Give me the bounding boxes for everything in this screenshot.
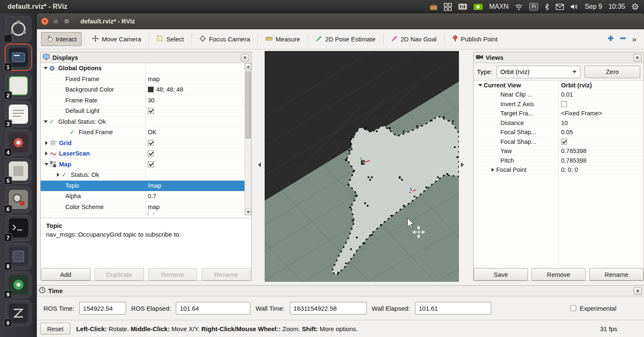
tree-row[interactable]: Alpha 0.7 bbox=[41, 191, 245, 202]
expander-icon[interactable] bbox=[477, 84, 484, 87]
tool-focus-camera[interactable]: Focus Camera bbox=[194, 32, 255, 46]
color-swatch[interactable] bbox=[148, 87, 154, 92]
displays-close-icon[interactable]: × bbox=[241, 54, 249, 61]
maximize-button[interactable] bbox=[63, 18, 70, 25]
minimize-button[interactable]: – bbox=[52, 18, 59, 25]
clock-time[interactable]: 10:35 bbox=[608, 3, 625, 10]
tree-row[interactable]: Focal Shap... 0.05 bbox=[474, 128, 644, 138]
launcher-item-7[interactable]: 7 bbox=[5, 215, 31, 241]
tree-row-topic-selected[interactable]: Topic /map bbox=[41, 181, 245, 191]
tree-row[interactable]: Map bbox=[41, 159, 245, 170]
tree-row[interactable]: Fixed Frame map bbox=[41, 74, 245, 85]
grid-checkbox[interactable] bbox=[148, 140, 154, 146]
toolbar-overflow-button[interactable]: » bbox=[632, 35, 636, 44]
tree-row[interactable]: Distance 10 bbox=[474, 118, 644, 128]
tree-row[interactable]: Target Fra... <Fixed Frame> bbox=[474, 109, 644, 119]
expander-icon[interactable] bbox=[42, 120, 49, 123]
volume-icon[interactable] bbox=[570, 3, 578, 10]
tree-row-partial[interactable] bbox=[41, 212, 245, 215]
tree-row[interactable]: Grid bbox=[41, 138, 245, 149]
mail-icon[interactable] bbox=[556, 4, 564, 10]
launcher-item-0[interactable]: 0 bbox=[5, 300, 31, 326]
tree-row[interactable]: Global Options bbox=[41, 63, 245, 74]
remove-tool-button[interactable] bbox=[620, 35, 626, 43]
launcher-item-ubuntu[interactable] bbox=[5, 16, 31, 42]
bluetooth-icon[interactable] bbox=[544, 3, 549, 10]
nvidia-icon[interactable] bbox=[474, 4, 483, 10]
panel-collapse-left-icon[interactable] bbox=[258, 162, 261, 167]
tree-row[interactable]: Invert Z Axis bbox=[474, 100, 644, 109]
tool-move-camera[interactable]: Move Camera bbox=[87, 32, 146, 46]
launcher-item-9[interactable]: 9 bbox=[5, 272, 31, 298]
expander-icon[interactable] bbox=[43, 151, 50, 156]
tree-row[interactable]: Default Light bbox=[41, 106, 245, 117]
launcher-item-8[interactable]: 8 bbox=[5, 243, 31, 269]
tool-select[interactable]: Select bbox=[152, 32, 189, 46]
settings-gear-icon[interactable] bbox=[631, 3, 639, 10]
expander-icon[interactable] bbox=[43, 141, 50, 145]
tree-row[interactable]: Pitch 0.785398 bbox=[474, 156, 644, 166]
tool-publish-point[interactable]: Publish Point bbox=[447, 32, 503, 46]
ros-time-field[interactable] bbox=[79, 302, 126, 314]
wall-elapsed-field[interactable] bbox=[415, 302, 491, 314]
views-panel-header[interactable]: Views × bbox=[474, 52, 644, 63]
launcher-item-3[interactable]: 3 bbox=[5, 101, 31, 127]
briefcase-icon[interactable] bbox=[430, 3, 438, 10]
maxn-indicator[interactable]: MAXN bbox=[489, 3, 508, 10]
tree-row[interactable]: Focal Shap... bbox=[474, 137, 644, 147]
save-button[interactable]: Save bbox=[474, 268, 528, 281]
expander-icon[interactable] bbox=[55, 173, 62, 177]
views-remove-button[interactable]: Remove bbox=[531, 268, 586, 281]
tool-2d-pose-estimate[interactable]: 2D Pose Estimate bbox=[311, 32, 381, 46]
tree-row[interactable]: Near Clip ... 0.01 bbox=[474, 90, 644, 100]
tree-row[interactable]: ✓Global Status: Ok bbox=[41, 117, 245, 128]
default-light-checkbox[interactable] bbox=[148, 108, 154, 114]
launcher-item-5[interactable]: 5 bbox=[5, 158, 31, 184]
laserscan-checkbox[interactable] bbox=[148, 151, 154, 156]
tree-row[interactable]: ✓Status: Ok bbox=[41, 170, 245, 181]
wall-time-field[interactable] bbox=[290, 302, 367, 314]
time-panel-header[interactable]: Time × bbox=[37, 286, 644, 296]
launcher-item-4[interactable]: 4 bbox=[5, 130, 31, 156]
close-button[interactable]: × bbox=[41, 18, 49, 25]
3d-viewport[interactable] bbox=[265, 51, 459, 282]
zero-button[interactable]: Zero bbox=[585, 66, 640, 78]
workspaces-icon[interactable] bbox=[444, 3, 452, 11]
tool-measure[interactable]: Measure bbox=[260, 33, 305, 46]
views-close-icon[interactable]: × bbox=[633, 54, 641, 61]
clock-date[interactable]: Sep 9 bbox=[585, 3, 602, 10]
expander-icon[interactable] bbox=[43, 163, 50, 166]
invert-z-checkbox[interactable] bbox=[561, 101, 567, 107]
add-tool-button[interactable] bbox=[608, 35, 614, 43]
tree-row[interactable]: Frame Rate 30 bbox=[41, 95, 245, 106]
keyboard-indicator-icon[interactable] bbox=[458, 3, 467, 10]
add-button[interactable]: Add bbox=[41, 268, 90, 281]
scrollbar-up-icon[interactable] bbox=[245, 63, 251, 70]
displays-panel-header[interactable]: Displays × bbox=[41, 52, 251, 63]
tree-row[interactable]: Color Scheme map bbox=[41, 202, 245, 213]
map-checkbox[interactable] bbox=[148, 161, 154, 167]
ros-elapsed-field[interactable] bbox=[176, 302, 250, 314]
launcher-item-6[interactable]: 6 bbox=[5, 186, 31, 212]
window-titlebar[interactable]: × – default.rviz* - RViz bbox=[37, 13, 644, 29]
partial-checkbox[interactable] bbox=[148, 212, 154, 215]
view-type-dropdown[interactable]: Orbit (rviz) bbox=[497, 66, 580, 78]
tree-row[interactable]: Yaw 0.785398 bbox=[474, 147, 644, 156]
tree-row[interactable]: Focal Point 0; 0; 0 bbox=[474, 166, 644, 175]
panel-collapse-right-icon[interactable] bbox=[461, 162, 464, 167]
displays-scrollbar[interactable] bbox=[245, 63, 251, 215]
tool-interact[interactable]: Interact bbox=[41, 32, 82, 46]
launcher-item-1[interactable]: 1 bbox=[5, 44, 31, 70]
focal-shape-checkbox[interactable] bbox=[561, 139, 567, 145]
remove-button[interactable]: Remove bbox=[148, 268, 198, 281]
tool-2d-nav-goal[interactable]: 2D Nav Goal bbox=[386, 32, 442, 46]
views-rename-button[interactable]: Rename bbox=[589, 268, 644, 281]
rename-button[interactable]: Rename bbox=[201, 268, 251, 281]
expander-icon[interactable] bbox=[489, 168, 496, 172]
tree-row[interactable]: Background Color 48; 48; 48 bbox=[41, 84, 245, 95]
scrollbar-thumb[interactable] bbox=[245, 71, 251, 138]
reset-button[interactable]: Reset bbox=[40, 323, 70, 334]
pi-indicator[interactable]: Pi bbox=[529, 3, 538, 10]
duplicate-button[interactable]: Duplicate bbox=[95, 268, 144, 281]
time-close-icon[interactable]: × bbox=[634, 287, 642, 295]
